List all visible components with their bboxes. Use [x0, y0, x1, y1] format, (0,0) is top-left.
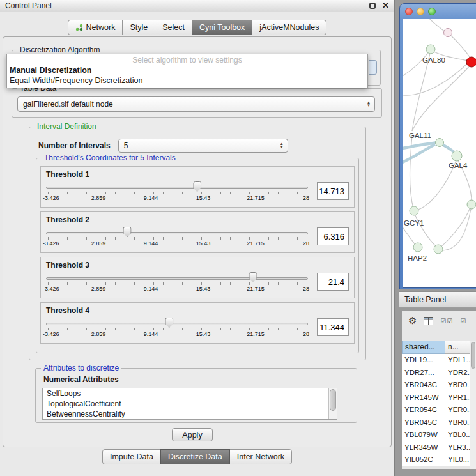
network-node-label: GCY1	[404, 219, 424, 227]
slider-track[interactable]	[46, 277, 308, 280]
slider-thumb[interactable]	[165, 318, 173, 328]
discretization-algorithm-group-label: Discretization Algorithm	[17, 45, 102, 54]
threshold-label: Threshold 1	[46, 170, 349, 179]
table-row[interactable]: YBR043CYBR0...	[402, 379, 476, 392]
tab-style[interactable]: Style	[122, 20, 155, 35]
list-item[interactable]: SelfLoops	[43, 388, 337, 399]
cell-shared-name[interactable]: YDR27...	[402, 367, 445, 380]
table-settings-gear-icon[interactable]: ⚙	[408, 315, 417, 326]
threshold-slider[interactable]: -3.426 2.859 9.144 15.43 21.715 28	[46, 317, 308, 339]
number-of-intervals-combobox[interactable]: 5 ▲▼	[118, 139, 288, 153]
tab-cyni-toolbox-label: Cyni Toolbox	[199, 23, 245, 32]
slider-track[interactable]	[46, 232, 308, 234]
table-scrollbar[interactable]	[470, 341, 476, 469]
numerical-attributes-list[interactable]: SelfLoops TopologicalCoefficient Between…	[42, 388, 337, 420]
tab-jactivemnodules[interactable]: jActiveMNodules	[252, 20, 326, 35]
table-panel-title: Table Panel	[404, 295, 446, 304]
network-canvas[interactable]: GAL80 GAL11 GAL4 GCY1 HAP2	[403, 19, 476, 288]
threshold-panel: Threshold 1 -3.426 2.859 9.144 15.43	[40, 166, 355, 208]
table-toolbar: ⚙ ☑☑ ☑	[402, 311, 476, 330]
table-scrollbar-thumb[interactable]	[471, 342, 475, 369]
cell-shared-name[interactable]: YPR145W	[402, 392, 445, 404]
cell-shared-name[interactable]: YIL052C	[402, 454, 445, 466]
scale-label: 15.43	[196, 331, 211, 337]
scale-label: 28	[303, 195, 309, 201]
algorithm-option-manual[interactable]: Manual Discretization	[7, 65, 367, 75]
zoom-traffic-light[interactable]	[428, 8, 436, 15]
scale-label: -3.426	[43, 286, 59, 292]
threshold-panel: Threshold 2 -3.426 2.859 9.144 15.43	[40, 211, 355, 253]
interval-definition-group-label: Interval Definition	[35, 122, 99, 131]
table-row[interactable]: YDR27...YDR2...	[402, 367, 476, 380]
table-data-combobox-value: galFiltered.sif default node	[23, 100, 113, 109]
list-scrollbar[interactable]	[328, 388, 337, 419]
tab-network-label: Network	[86, 23, 116, 32]
network-node-label: HAP2	[408, 254, 427, 262]
table-row[interactable]: YIL052CYIL0...	[402, 454, 476, 466]
tab-cyni-toolbox[interactable]: Cyni Toolbox	[192, 20, 252, 35]
slider-scale: -3.426 2.859 9.144 15.43 21.715 28	[46, 286, 308, 292]
cell-shared-name[interactable]: YBR045C	[402, 417, 445, 429]
scale-label: 21.715	[247, 240, 265, 247]
list-item[interactable]: TopologicalCoefficient	[43, 399, 337, 409]
slider-track[interactable]	[46, 323, 308, 325]
table-row[interactable]: YER054CYER0...	[402, 404, 476, 417]
cell-shared-name[interactable]: YER054C	[402, 404, 445, 417]
slider-ticks	[48, 237, 306, 240]
apply-button[interactable]: Apply	[172, 428, 213, 441]
tab-discretize-data-label: Discretize Data	[168, 452, 222, 461]
algorithm-combobox-edge[interactable]	[369, 60, 377, 75]
threshold-value-field[interactable]	[317, 273, 349, 291]
threshold-label: Threshold 2	[46, 215, 349, 224]
column-selector-icon[interactable]	[424, 317, 433, 325]
cell-shared-name[interactable]: YLR345W	[402, 441, 445, 454]
table-body: YDL19...YDL1... YDR27...YDR2... YBR043CY…	[402, 354, 476, 466]
numerical-attributes-label: Numerical Attributes	[43, 375, 357, 384]
table-data-combobox[interactable]: galFiltered.sif default node ▲▼	[17, 96, 375, 112]
scale-label: 9.144	[144, 240, 158, 247]
table-row[interactable]: YBL079WYBL0...	[402, 429, 476, 441]
table-row[interactable]: YPR145WYPR1...	[402, 392, 476, 404]
select-rows-icon[interactable]: ☑	[460, 318, 466, 325]
tab-infer-network[interactable]: Infer Network	[229, 449, 292, 464]
network-node	[410, 206, 418, 215]
close-traffic-light[interactable]	[405, 8, 413, 15]
network-node-label: GAL4	[449, 162, 468, 169]
threshold-slider[interactable]: -3.426 2.859 9.144 15.43 21.715 28	[46, 272, 308, 293]
tab-impute-data[interactable]: Impute Data	[102, 449, 161, 464]
network-node-label: GAL80	[422, 56, 445, 64]
cell-shared-name[interactable]: YBL079W	[402, 429, 445, 441]
threshold-value-field[interactable]	[317, 227, 349, 245]
threshold-slider[interactable]: -3.426 2.859 9.144 15.43 21.715 28	[46, 181, 308, 203]
tab-network[interactable]: Network	[68, 20, 123, 35]
float-window-button[interactable]	[369, 3, 376, 9]
cell-shared-name[interactable]: YBR043C	[402, 379, 445, 392]
slider-thumb[interactable]	[193, 181, 201, 192]
column-header-shared-name[interactable]: shared...	[402, 341, 445, 354]
network-node	[413, 243, 422, 252]
list-item[interactable]: BetweennessCentrality	[43, 409, 337, 419]
table-row[interactable]: YLR345WYLR3...	[402, 441, 476, 454]
network-graph: GAL80 GAL11 GAL4 GCY1 HAP2	[403, 19, 476, 288]
tab-select[interactable]: Select	[155, 20, 192, 35]
threshold-slider[interactable]: -3.426 2.859 9.144 15.43 21.715 28	[46, 226, 308, 248]
algorithm-option-equal-width[interactable]: Equal Width/Frequency Discretization	[7, 75, 367, 86]
select-columns-icon[interactable]: ☑☑	[440, 318, 453, 325]
scale-label: 9.144	[144, 331, 158, 337]
table-row[interactable]: YDL19...YDL1...	[402, 354, 476, 367]
slider-thumb[interactable]	[123, 227, 132, 237]
slider-track[interactable]	[46, 187, 308, 189]
slider-thumb[interactable]	[249, 272, 257, 282]
list-scrollbar-thumb[interactable]	[330, 389, 336, 411]
table-row[interactable]: YBR045CYBR0...	[402, 417, 476, 429]
cell-shared-name[interactable]: YDL19...	[402, 354, 445, 367]
scale-label: 21.715	[247, 286, 265, 292]
tab-discretize-data[interactable]: Discretize Data	[160, 449, 230, 464]
close-window-button[interactable]: ✕	[382, 3, 389, 9]
thresholds-group-label: Threshold's Coordinates for 5 Intervals	[42, 153, 178, 162]
threshold-value-field[interactable]	[317, 182, 349, 200]
tab-impute-data-label: Impute Data	[110, 452, 153, 461]
minimize-traffic-light[interactable]	[417, 8, 424, 15]
threshold-value-field[interactable]	[317, 318, 349, 336]
scale-label: 28	[303, 331, 309, 337]
